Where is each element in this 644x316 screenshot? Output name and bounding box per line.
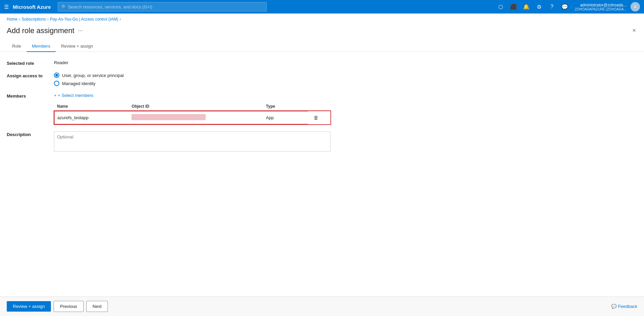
- directory-icon[interactable]: ⬛: [508, 1, 519, 12]
- page-title: Add role assignment: [7, 26, 75, 35]
- main-area: Home › Subscriptions › Pay-As-You-Go | A…: [0, 14, 644, 296]
- settings-icon[interactable]: ⚙: [534, 1, 545, 12]
- nav-icons: ⬡ ⬛ 🔔 ⚙ ? 💬 administrator@zohoada... ZOH…: [495, 1, 640, 12]
- members-label: Members: [7, 93, 54, 99]
- selected-role-label: Selected role: [7, 60, 54, 66]
- cloud-shell-icon[interactable]: ⬡: [495, 1, 506, 12]
- help-icon[interactable]: ?: [547, 1, 557, 12]
- breadcrumb-sep-2: ›: [47, 17, 49, 22]
- col-header-objectid: Object ID: [129, 102, 263, 111]
- review-assign-button[interactable]: Review + assign: [7, 301, 51, 312]
- previous-button[interactable]: Previous: [54, 301, 84, 312]
- selected-role-value: Reader: [54, 60, 68, 65]
- footer: Review + assign Previous Next 💬 Feedback: [0, 296, 644, 316]
- assign-access-radio-group: User, group, or service principal Manage…: [54, 73, 124, 86]
- feedback-label[interactable]: Feedback: [618, 304, 637, 309]
- members-table: Name Object ID Type azurefs_testapp: [54, 102, 330, 125]
- member-objectid: [129, 111, 263, 124]
- breadcrumb-sep-1: ›: [19, 17, 20, 22]
- top-navigation: ☰ Microsoft Azure 🔍 Search resources, se…: [0, 0, 644, 14]
- radio-label-user: User, group, or service principal: [62, 73, 124, 78]
- table-row: azurefs_testapp App 🗑: [54, 111, 330, 124]
- description-label: Description: [7, 131, 54, 137]
- user-subscription: ZOHOADAPAZURE (ZOHOADA...: [575, 7, 626, 11]
- radio-label-managed: Managed identity: [62, 81, 95, 86]
- member-type: App: [263, 111, 308, 124]
- tab-role[interactable]: Role: [7, 41, 27, 52]
- page-header: Add role assignment ··· ×: [0, 23, 644, 41]
- feedback-button[interactable]: 💬 Feedback: [611, 304, 637, 309]
- search-bar[interactable]: 🔍 Search resources, services, and docs (…: [58, 2, 267, 11]
- plus-icon: +: [54, 93, 57, 98]
- description-textarea[interactable]: [54, 131, 330, 152]
- tab-members[interactable]: Members: [27, 41, 56, 52]
- notifications-icon[interactable]: 🔔: [521, 1, 532, 12]
- breadcrumb-iam[interactable]: Pay-As-You-Go | Access control (IAM): [50, 17, 118, 22]
- app-logo: Microsoft Azure: [13, 4, 51, 10]
- search-icon: 🔍: [61, 4, 67, 9]
- radio-managed-identity[interactable]: Managed identity: [54, 81, 124, 86]
- page-menu-icon[interactable]: ···: [78, 27, 83, 34]
- col-header-name: Name: [54, 102, 129, 111]
- breadcrumb-sep-3: ›: [120, 17, 121, 22]
- select-members-button[interactable]: + + Select members: [54, 93, 330, 98]
- search-placeholder: Search resources, services, and docs (G+…: [68, 4, 152, 9]
- radio-user-group[interactable]: User, group, or service principal: [54, 73, 124, 78]
- col-header-type: Type: [263, 102, 308, 111]
- assign-access-row: Assign access to User, group, or service…: [7, 73, 637, 86]
- assign-access-label: Assign access to: [7, 73, 54, 78]
- radio-circle-user: [54, 73, 59, 78]
- feedback-icon: 💬: [611, 304, 617, 309]
- close-button[interactable]: ×: [631, 26, 637, 35]
- member-name: azurefs_testapp: [54, 111, 129, 124]
- tabs-container: Role Members Review + assign: [0, 41, 644, 52]
- breadcrumb-subscriptions[interactable]: Subscriptions: [22, 17, 46, 22]
- user-name: administrator@zohoada...: [580, 3, 626, 7]
- feedback-icon[interactable]: 💬: [559, 1, 570, 12]
- hamburger-menu[interactable]: ☰: [4, 4, 9, 10]
- description-row: Description: [7, 131, 637, 152]
- form-content: Selected role Reader Assign access to Us…: [0, 52, 644, 296]
- user-profile[interactable]: administrator@zohoada... ZOHOADAPAZURE (…: [575, 3, 626, 11]
- select-members-text[interactable]: + Select members: [58, 93, 93, 98]
- col-header-action: [308, 102, 330, 111]
- breadcrumb: Home › Subscriptions › Pay-As-You-Go | A…: [0, 14, 644, 23]
- avatar[interactable]: A: [631, 2, 640, 11]
- next-button[interactable]: Next: [86, 301, 108, 312]
- object-id-value: [131, 114, 206, 120]
- members-row: Members + + Select members Name Object I…: [7, 93, 637, 125]
- radio-circle-managed: [54, 81, 59, 86]
- selected-role-row: Selected role Reader: [7, 60, 637, 66]
- delete-member-button[interactable]: 🗑: [311, 113, 321, 122]
- member-action: 🗑: [308, 111, 330, 124]
- tab-review-assign[interactable]: Review + assign: [56, 41, 98, 52]
- breadcrumb-home[interactable]: Home: [7, 17, 18, 22]
